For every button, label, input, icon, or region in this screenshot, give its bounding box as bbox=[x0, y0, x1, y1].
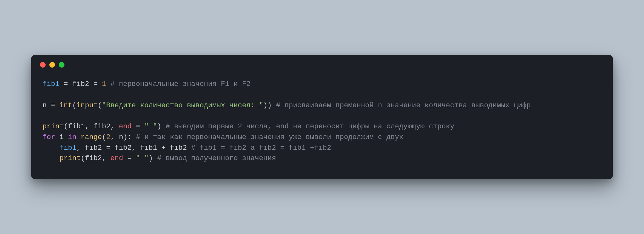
code-space bbox=[64, 133, 68, 141]
code-punct: ) bbox=[149, 154, 153, 162]
code-space bbox=[187, 144, 191, 152]
code-variable: fib1 bbox=[59, 144, 76, 152]
code-variable: fib1 bbox=[42, 80, 59, 88]
code-kwarg: end bbox=[119, 122, 132, 131]
code-punct: , bbox=[110, 133, 119, 141]
code-builtin: int bbox=[59, 101, 72, 109]
code-comment: # первоначальные значения F1 и F2 bbox=[110, 80, 251, 88]
code-punct: ) bbox=[157, 122, 162, 131]
code-block[interactable]: fib1 = fib2 = 1 # первоначальные значени… bbox=[31, 68, 613, 179]
code-keyword: for bbox=[42, 133, 55, 141]
code-operator: = bbox=[47, 101, 60, 109]
code-space bbox=[272, 101, 276, 109]
code-punct: ): bbox=[123, 133, 132, 141]
code-builtin: print bbox=[59, 154, 81, 162]
code-punct: , bbox=[102, 154, 110, 162]
close-icon[interactable] bbox=[40, 62, 46, 68]
code-indent bbox=[42, 154, 59, 162]
code-space bbox=[76, 133, 81, 141]
code-operator: = bbox=[123, 154, 136, 162]
code-variable: fib1 bbox=[68, 122, 85, 131]
code-kwarg: end bbox=[110, 154, 123, 162]
code-variable: i bbox=[59, 133, 64, 141]
code-operator: = bbox=[102, 144, 115, 152]
code-punct: ( bbox=[102, 133, 106, 141]
code-variable: fib2 bbox=[85, 144, 102, 152]
code-space bbox=[132, 133, 136, 141]
maximize-icon[interactable] bbox=[59, 62, 64, 68]
code-indent bbox=[42, 144, 59, 152]
code-variable: fib2 bbox=[115, 144, 132, 152]
code-punct: ( bbox=[98, 101, 102, 109]
minimize-icon[interactable] bbox=[49, 62, 55, 68]
code-punct: , bbox=[76, 144, 85, 152]
window-titlebar bbox=[31, 55, 613, 68]
code-space bbox=[55, 133, 60, 141]
code-comment: # присваиваем пременной n значение колич… bbox=[276, 101, 531, 109]
code-builtin: input bbox=[76, 101, 98, 109]
code-number: 1 bbox=[102, 80, 106, 88]
code-variable: fib2 bbox=[85, 154, 102, 162]
code-operator: = bbox=[89, 80, 102, 88]
code-string: "Введите количество выводимых чисел: " bbox=[102, 101, 263, 109]
code-operator: + bbox=[157, 144, 170, 152]
code-builtin: print bbox=[42, 122, 64, 131]
code-variable: n bbox=[119, 133, 123, 141]
code-punct: )) bbox=[263, 101, 272, 109]
code-punct: ( bbox=[81, 154, 85, 162]
code-comment: # выводим первые 2 числа, end не перенос… bbox=[166, 122, 454, 131]
code-operator: = bbox=[132, 122, 145, 131]
code-window: fib1 = fib2 = 1 # первоначальные значени… bbox=[31, 55, 613, 179]
code-space bbox=[106, 80, 111, 88]
code-punct: ( bbox=[72, 101, 77, 109]
code-punct: ( bbox=[64, 122, 68, 131]
code-comment: # fib1 = fib2 а fib2 = fib1 +fib2 bbox=[191, 144, 331, 152]
code-punct: , bbox=[132, 144, 140, 152]
code-variable: n bbox=[42, 101, 47, 109]
code-string: " " bbox=[144, 122, 157, 131]
code-builtin: range bbox=[81, 133, 102, 141]
code-string: " " bbox=[136, 154, 149, 162]
code-variable: fib2 bbox=[93, 122, 110, 131]
code-variable: fib2 bbox=[72, 80, 89, 88]
code-space bbox=[161, 122, 166, 131]
code-comment: # и так как первоначальные значения уже … bbox=[136, 133, 403, 141]
code-variable: fib2 bbox=[170, 144, 187, 152]
code-number: 2 bbox=[106, 133, 111, 141]
code-comment: # вывод полученного значения bbox=[157, 154, 276, 162]
code-operator: = bbox=[59, 80, 72, 88]
code-variable: fib1 bbox=[140, 144, 157, 152]
code-punct: , bbox=[110, 122, 119, 131]
code-keyword: in bbox=[68, 133, 76, 141]
code-space bbox=[153, 154, 157, 162]
code-punct: , bbox=[85, 122, 93, 131]
